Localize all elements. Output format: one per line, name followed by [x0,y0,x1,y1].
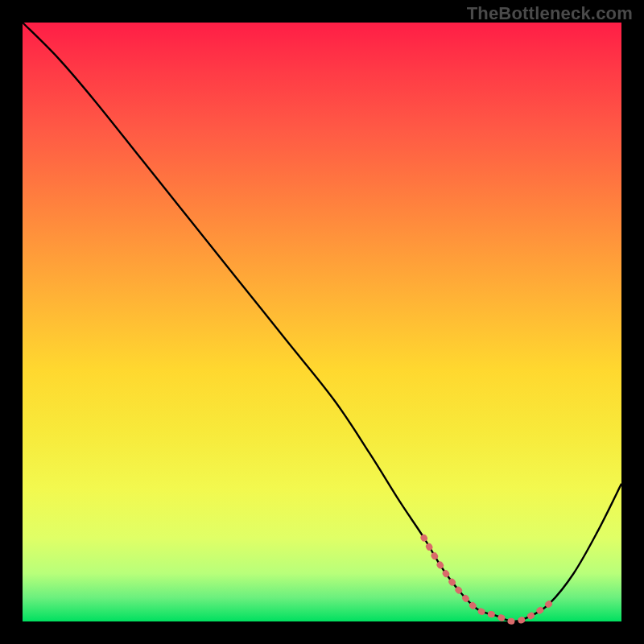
chart-frame: TheBottleneck.com [0,0,644,644]
curve-svg [23,23,621,621]
bottleneck-curve [23,23,621,621]
highlight-segment [423,538,549,621]
watermark-text: TheBottleneck.com [467,3,633,24]
plot-area [23,23,621,621]
